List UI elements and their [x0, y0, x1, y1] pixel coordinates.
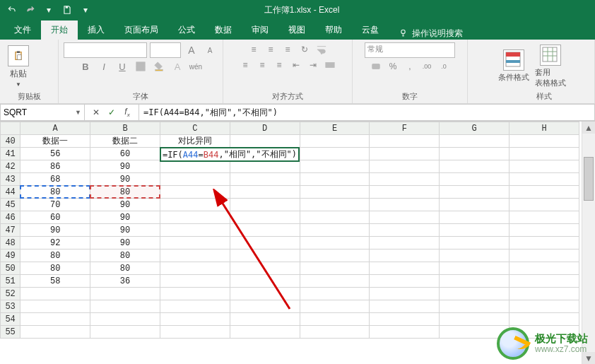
cell[interactable]: 36 — [90, 275, 160, 288]
cell[interactable] — [509, 211, 579, 224]
cell[interactable]: 86 — [20, 160, 90, 173]
cell[interactable]: 80 — [90, 262, 160, 275]
tab-data[interactable]: 数据 — [205, 20, 242, 40]
cell[interactable] — [300, 173, 370, 186]
border-button[interactable] — [133, 59, 148, 74]
cell[interactable] — [160, 262, 230, 275]
cell[interactable]: 90 — [90, 160, 160, 173]
cell[interactable] — [230, 275, 300, 288]
row-header[interactable]: 53 — [1, 300, 20, 313]
cell[interactable] — [370, 275, 440, 288]
cell[interactable] — [509, 275, 579, 288]
cell[interactable] — [300, 288, 370, 300]
tab-review[interactable]: 审阅 — [242, 20, 278, 40]
cell[interactable] — [230, 288, 300, 300]
cell[interactable] — [300, 249, 370, 262]
currency-button[interactable] — [369, 59, 383, 74]
align-top-button[interactable]: ≡ — [247, 42, 261, 57]
cell[interactable] — [509, 313, 579, 326]
cell[interactable] — [230, 326, 300, 339]
cell[interactable] — [440, 237, 509, 249]
col-header-D[interactable]: D — [230, 122, 300, 135]
formula-input[interactable]: =IF(A44=B44,"相同","不相同") — [139, 104, 595, 121]
shrink-font-button[interactable]: A — [202, 43, 218, 57]
cell[interactable] — [90, 326, 160, 339]
font-name-combo[interactable] — [64, 42, 147, 58]
col-header-F[interactable]: F — [370, 122, 440, 135]
number-format-combo[interactable]: 常规 — [365, 42, 455, 58]
redo-button[interactable] — [23, 2, 38, 18]
cell[interactable] — [440, 135, 509, 148]
cell[interactable] — [160, 288, 230, 300]
cell[interactable]: 90 — [90, 224, 160, 237]
cell[interactable]: 56 — [20, 148, 90, 160]
save-button[interactable] — [59, 2, 75, 18]
row-header[interactable]: 46 — [1, 211, 20, 224]
tab-view[interactable]: 视图 — [278, 20, 315, 40]
cell[interactable] — [440, 148, 509, 160]
cell[interactable] — [370, 148, 440, 160]
cell[interactable] — [160, 186, 230, 199]
orientation-button[interactable]: ↻ — [298, 42, 312, 57]
underline-button[interactable]: U — [114, 59, 130, 74]
decrease-indent-button[interactable]: ⇤ — [289, 58, 303, 72]
col-header-B[interactable]: B — [90, 122, 160, 135]
cell[interactable] — [20, 300, 90, 313]
tab-layout[interactable]: 页面布局 — [114, 20, 168, 40]
cell[interactable] — [370, 313, 440, 326]
cell[interactable]: =IF(A44=B44,"相同","不相同") — [160, 148, 230, 160]
row-header[interactable]: 42 — [1, 160, 20, 173]
font-color-button[interactable]: A — [170, 59, 185, 74]
grow-font-button[interactable]: A — [184, 43, 199, 57]
cell[interactable]: 80 — [20, 262, 90, 275]
cell[interactable] — [440, 160, 509, 173]
row-header[interactable]: 52 — [1, 288, 20, 300]
col-header-H[interactable]: H — [509, 122, 579, 135]
cell[interactable] — [160, 313, 230, 326]
customize-qat-dropdown[interactable]: ▾ — [41, 2, 57, 18]
cell[interactable] — [160, 160, 230, 173]
wrap-text-button[interactable] — [314, 42, 329, 57]
merge-button[interactable] — [323, 58, 337, 72]
undo-button[interactable] — [4, 2, 20, 18]
row-header[interactable]: 44 — [1, 186, 20, 199]
cell[interactable] — [230, 135, 300, 148]
cell[interactable] — [230, 224, 300, 237]
cell[interactable] — [370, 288, 440, 300]
cell[interactable] — [230, 186, 300, 199]
cell[interactable] — [160, 211, 230, 224]
cell[interactable]: 90 — [90, 211, 160, 224]
fill-color-button[interactable] — [151, 59, 167, 74]
cell[interactable] — [160, 173, 230, 186]
col-header-A[interactable]: A — [20, 122, 90, 135]
percent-button[interactable]: % — [386, 59, 400, 74]
cell[interactable]: 68 — [20, 173, 90, 186]
tab-help[interactable]: 帮助 — [315, 20, 352, 40]
cell[interactable] — [300, 160, 370, 173]
scroll-thumb[interactable] — [584, 157, 594, 201]
cell[interactable] — [509, 300, 579, 313]
worksheet-grid[interactable]: A B C D E F G H 40数据一数据二对比异同415660=IF(A4… — [0, 122, 595, 364]
cell[interactable] — [370, 186, 440, 199]
cell[interactable] — [300, 262, 370, 275]
cell[interactable] — [20, 288, 90, 300]
decrease-decimal-button[interactable]: .0 — [437, 59, 451, 74]
col-header-E[interactable]: E — [300, 122, 370, 135]
cell[interactable] — [440, 173, 509, 186]
cell[interactable]: 对比异同 — [160, 135, 230, 148]
format-as-table-button[interactable]: 套用 表格格式 — [535, 45, 566, 88]
cell[interactable]: 80 — [90, 186, 160, 199]
tab-insert[interactable]: 插入 — [78, 20, 114, 40]
comma-button[interactable]: , — [403, 59, 417, 74]
align-bottom-button[interactable]: ≡ — [281, 42, 295, 57]
scroll-up-button[interactable]: ▲ — [582, 122, 595, 134]
conditional-format-button[interactable]: 条件格式 — [498, 49, 529, 83]
row-header[interactable]: 55 — [1, 326, 20, 339]
cell[interactable] — [509, 224, 579, 237]
cell[interactable] — [300, 224, 370, 237]
cell[interactable] — [90, 313, 160, 326]
cell[interactable] — [370, 249, 440, 262]
row-header[interactable]: 49 — [1, 249, 20, 262]
fx-button[interactable]: fx — [120, 105, 134, 119]
cell[interactable] — [440, 288, 509, 300]
